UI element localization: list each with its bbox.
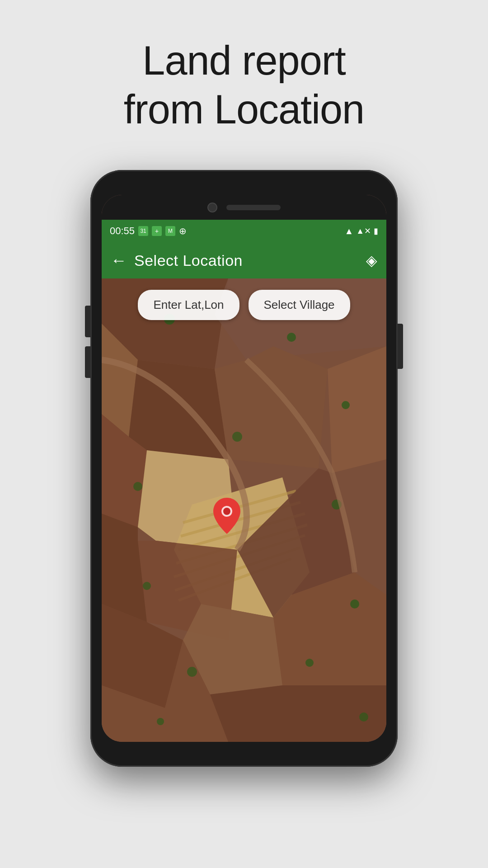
svg-point-31 [143,582,151,590]
battery-icon: ▮ [374,226,378,236]
location-pin-svg [211,495,243,536]
enter-lat-lon-button[interactable]: Enter Lat,Lon [138,290,239,320]
svg-point-36 [157,718,164,725]
phone-wrapper: 00:55 31 + M ⊕ ▲ ▲✕ ▮ [90,170,398,767]
app-bar: ← Select Location ◈ [102,242,386,278]
status-left: 00:55 31 + M ⊕ [110,225,187,237]
front-camera [207,203,217,212]
phone-screen: 00:55 31 + M ⊕ ▲ ▲✕ ▮ [102,195,386,742]
select-village-button[interactable]: Select Village [249,290,350,320]
battery-plus-icon: + [152,226,162,236]
app-bar-title: Select Location [134,252,243,269]
volume-up-button[interactable] [85,306,90,337]
gmail-icon: M [165,226,175,236]
gps-status-icon: ⊕ [179,226,187,236]
svg-point-28 [342,401,350,409]
svg-point-26 [287,333,296,342]
status-right: ▲ ▲✕ ▮ [344,226,378,236]
map-area[interactable]: Enter Lat,Lon Select Village [102,278,386,742]
svg-point-29 [133,482,142,491]
svg-point-38 [223,508,230,515]
phone-notch [102,195,386,220]
svg-marker-24 [210,685,386,742]
status-bar: 00:55 31 + M ⊕ ▲ ▲✕ ▮ [102,220,386,242]
speaker-grille [226,205,281,210]
wifi-icon: ▲ [344,226,353,236]
svg-point-27 [232,432,242,442]
layers-icon[interactable]: ◈ [366,252,377,269]
svg-point-34 [305,659,314,667]
page-title: Land report from Location [124,36,364,134]
svg-point-32 [350,599,359,609]
signal-icon: ▲✕ [356,226,371,236]
phone-shell: 00:55 31 + M ⊕ ▲ ▲✕ ▮ [90,170,398,767]
power-button[interactable] [398,324,403,369]
app-bar-left: ← Select Location [111,251,243,270]
svg-point-35 [359,712,368,722]
map-buttons: Enter Lat,Lon Select Village [102,290,386,320]
map-svg [102,278,386,742]
svg-marker-5 [215,346,328,468]
back-button[interactable]: ← [111,251,127,270]
title-line2: from Location [124,87,364,132]
location-pin [211,495,243,543]
title-line1: Land report [142,38,345,83]
calendar-icon: 31 [138,226,148,236]
volume-down-button[interactable] [85,346,90,378]
clock: 00:55 [110,225,135,237]
svg-point-33 [187,667,197,677]
